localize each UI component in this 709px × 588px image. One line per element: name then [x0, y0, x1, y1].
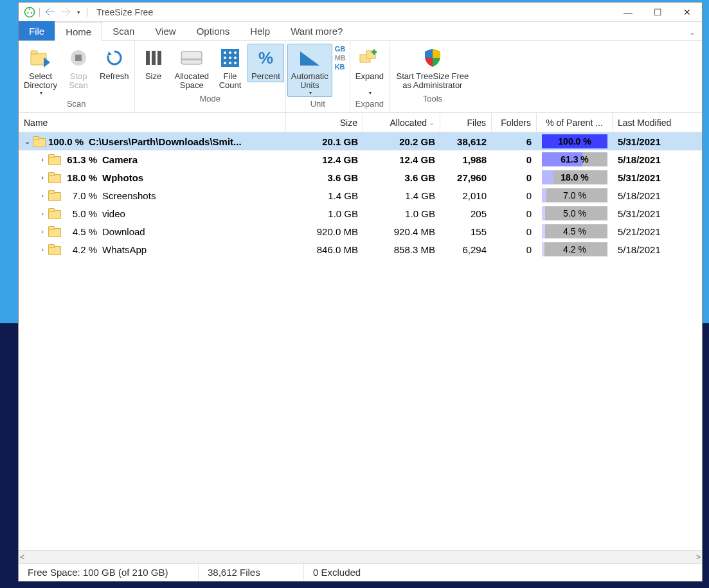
col-allocated[interactable]: Allocated ⌄: [363, 113, 440, 132]
col-name[interactable]: Name: [19, 113, 286, 132]
row-name: Screenshots: [102, 190, 156, 201]
nav-forward-button[interactable]: 🡢: [59, 6, 72, 18]
tree-row[interactable]: ›5.0 %video1.0 GB1.0 GB20505.0 %5/31/202…: [19, 204, 702, 222]
folder-icon: [48, 245, 60, 254]
row-pct-label: 4.2 %: [64, 244, 102, 255]
folders-cell: 0: [492, 226, 537, 237]
col-files[interactable]: Files: [440, 113, 492, 132]
name-cell[interactable]: ›5.0 %video: [19, 208, 286, 219]
folder-icon: [48, 191, 60, 200]
scroll-right-icon[interactable]: >: [696, 553, 701, 562]
scroll-left-icon[interactable]: <: [20, 553, 24, 562]
stop-scan-button[interactable]: Stop Scan: [61, 44, 96, 92]
mode-size-button[interactable]: Size: [136, 44, 171, 82]
ribbon-home: Select Directory▾ Stop Scan Refresh Scan…: [19, 41, 702, 113]
status-free-space: Free Space: 100 GB (of 210 GB): [19, 564, 199, 581]
size-cell: 20.1 GB: [286, 136, 363, 147]
name-cell[interactable]: ›61.3 %Camera: [19, 154, 286, 165]
files-cell: 205: [440, 208, 492, 219]
mode-allocated-space-button[interactable]: Allocated Space: [171, 44, 213, 92]
qat-customize-button[interactable]: ▾: [75, 9, 83, 15]
tree-row[interactable]: ›4.5 %Download920.0 MB920.4 MB15504.5 %5…: [19, 222, 702, 240]
tab-help[interactable]: Help: [240, 21, 280, 40]
svg-point-13: [234, 51, 237, 54]
tab-view[interactable]: View: [145, 21, 186, 40]
row-pct-label: 5.0 %: [64, 208, 102, 219]
unit-automatic-button[interactable]: Automatic Units▾: [287, 44, 332, 97]
allocated-cell: 3.6 GB: [363, 172, 440, 183]
nav-back-button[interactable]: 🡠: [44, 6, 57, 18]
expander-icon[interactable]: ›: [38, 245, 47, 253]
col-folders[interactable]: Folders: [492, 113, 537, 132]
expander-icon[interactable]: ›: [38, 209, 47, 217]
status-files: 38,612 Files: [199, 564, 304, 581]
horizontal-scrollbar[interactable]: < >: [19, 550, 702, 563]
svg-point-18: [229, 62, 231, 64]
expander-icon[interactable]: ›: [38, 192, 47, 199]
row-name: Download: [102, 226, 145, 237]
minimize-button[interactable]: —: [613, 3, 643, 21]
refresh-button[interactable]: Refresh: [96, 44, 133, 82]
svg-rect-7: [157, 51, 161, 65]
allocated-cell: 858.3 MB: [363, 244, 440, 255]
collapse-ribbon-button[interactable]: ⌃: [683, 31, 702, 40]
tree-row[interactable]: ›61.3 %Camera12.4 GB12.4 GB1,988061.3 %5…: [19, 150, 702, 168]
svg-rect-6: [152, 51, 156, 65]
modified-cell: 5/31/2021: [613, 172, 702, 183]
modified-cell: 5/18/2021: [613, 154, 702, 165]
group-scan-label: Scan: [20, 97, 133, 112]
mode-file-count-button[interactable]: File Count: [213, 44, 247, 92]
allocated-cell: 20.2 GB: [363, 136, 440, 147]
tree-row[interactable]: ›4.2 %WhatsApp846.0 MB858.3 MB6,29404.2 …: [19, 240, 702, 258]
tab-options[interactable]: Options: [186, 21, 240, 40]
name-cell[interactable]: ⌄100.0 %C:\Users\Parth\Downloads\Smit...: [19, 136, 286, 147]
expander-icon[interactable]: ›: [38, 156, 47, 163]
window-title: TreeSize Free: [91, 7, 153, 17]
unit-mb-button[interactable]: MB: [335, 54, 346, 62]
tab-scan[interactable]: Scan: [102, 21, 145, 40]
tab-file[interactable]: File: [19, 21, 55, 40]
name-cell[interactable]: ›4.5 %Download: [19, 226, 286, 237]
name-cell[interactable]: ›18.0 %Wphotos: [19, 172, 286, 183]
maximize-button[interactable]: ☐: [643, 3, 672, 21]
tree-row[interactable]: ⌄100.0 %C:\Users\Parth\Downloads\Smit...…: [19, 132, 702, 150]
col-pct-parent[interactable]: % of Parent ...: [537, 113, 613, 132]
size-cell: 1.0 GB: [286, 208, 363, 219]
size-cell: 920.0 MB: [286, 226, 363, 237]
unit-gb-button[interactable]: GB: [335, 45, 346, 53]
row-name: WhatsApp: [102, 244, 147, 255]
modified-cell: 5/31/2021: [613, 136, 702, 147]
group-scan: Select Directory▾ Stop Scan Refresh Scan: [19, 41, 135, 112]
size-cell: 3.6 GB: [286, 172, 363, 183]
tab-want-more[interactable]: Want more?: [280, 21, 353, 40]
size-cell: 846.0 MB: [286, 244, 363, 255]
tree-row[interactable]: ›7.0 %Screenshots1.4 GB1.4 GB2,01007.0 %…: [19, 186, 702, 204]
app-window: 🡠 🡢 ▾ TreeSize Free — ☐ ✕ File Home Scan…: [18, 2, 703, 582]
start-as-admin-button[interactable]: Start TreeSize Free as Administrator: [391, 44, 474, 92]
name-cell[interactable]: ›7.0 %Screenshots: [19, 190, 286, 201]
svg-rect-9: [181, 58, 202, 60]
row-pct-label: 7.0 %: [64, 190, 102, 201]
expander-icon[interactable]: ›: [38, 174, 47, 181]
unit-kb-button[interactable]: KB: [335, 63, 346, 71]
mode-percent-button[interactable]: % Percent: [247, 44, 284, 82]
tree-row[interactable]: ›18.0 %Wphotos3.6 GB3.6 GB27,960018.0 %5…: [19, 168, 702, 186]
expand-button[interactable]: Expand▾: [352, 44, 388, 97]
folder-icon: [48, 155, 60, 164]
tab-home[interactable]: Home: [55, 22, 102, 41]
expander-icon[interactable]: ⌄: [22, 138, 31, 146]
expander-icon[interactable]: ›: [38, 227, 47, 235]
select-directory-button[interactable]: Select Directory▾: [20, 44, 61, 97]
svg-point-19: [234, 62, 237, 64]
svg-point-14: [224, 57, 226, 59]
row-pct-label: 61.3 %: [64, 154, 102, 165]
allocated-cell: 920.4 MB: [363, 226, 440, 237]
close-button[interactable]: ✕: [672, 3, 702, 21]
tree-rows[interactable]: ⌄100.0 %C:\Users\Parth\Downloads\Smit...…: [19, 132, 702, 550]
col-size[interactable]: Size: [286, 113, 363, 132]
svg-rect-2: [31, 51, 37, 54]
name-cell[interactable]: ›4.2 %WhatsApp: [19, 244, 286, 255]
group-expand: Expand▾ Expand: [350, 41, 390, 112]
col-last-modified[interactable]: Last Modified: [613, 113, 702, 132]
modified-cell: 5/31/2021: [613, 208, 702, 219]
